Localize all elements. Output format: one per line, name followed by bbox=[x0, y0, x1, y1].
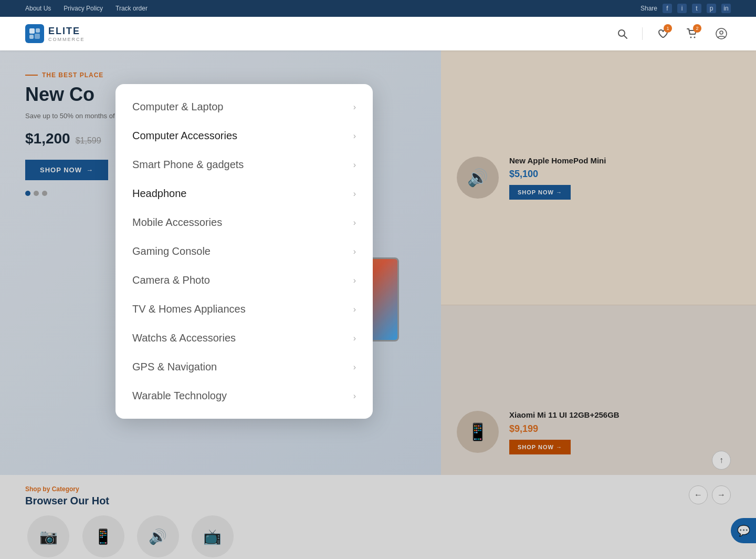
menu-chevron-7: › bbox=[353, 305, 356, 314]
wishlist-icon[interactable]: 1 bbox=[653, 24, 672, 43]
svg-line-5 bbox=[624, 36, 627, 38]
svg-rect-1 bbox=[36, 28, 40, 33]
logo-text-block: ELITE COMMERCE bbox=[48, 26, 85, 42]
logo-sub: COMMERCE bbox=[48, 37, 85, 42]
menu-item-warable[interactable]: Warable Technology › bbox=[116, 381, 373, 410]
cart-badge: 2 bbox=[693, 24, 701, 33]
menu-item-label-computer-laptop: Computer & Laptop bbox=[132, 101, 223, 113]
search-icon[interactable] bbox=[613, 24, 632, 43]
menu-item-label-camera-photo: Camera & Photo bbox=[132, 274, 210, 286]
menu-item-headphone[interactable]: Headphone › bbox=[116, 179, 373, 208]
svg-point-4 bbox=[618, 30, 625, 36]
track-order-link[interactable]: Track order bbox=[116, 5, 148, 12]
menu-item-label-computer-accessories: Computer Accessories bbox=[132, 130, 237, 142]
menu-chevron-3: › bbox=[353, 189, 356, 199]
menu-item-label-tv-homes: TV & Homes Appliances bbox=[132, 303, 246, 315]
menu-item-computer-laptop[interactable]: Computer & Laptop › bbox=[116, 92, 373, 121]
svg-point-7 bbox=[694, 37, 696, 38]
menu-item-watchs[interactable]: Watchs & Accessories › bbox=[116, 324, 373, 353]
category-dropdown-menu: Computer & Laptop › Computer Accessories… bbox=[116, 84, 373, 419]
menu-item-label-smartphone: Smart Phone & gadgets bbox=[132, 159, 244, 171]
instagram-icon[interactable]: i bbox=[677, 4, 687, 13]
menu-item-gaming-console[interactable]: Gaming Console › bbox=[116, 237, 373, 266]
linkedin-icon[interactable]: in bbox=[721, 4, 731, 13]
twitter-icon[interactable]: t bbox=[692, 4, 701, 13]
cart-icon[interactable]: 2 bbox=[682, 24, 701, 43]
menu-item-label-warable: Warable Technology bbox=[132, 390, 227, 402]
menu-chevron-1: › bbox=[353, 131, 356, 141]
menu-chevron-10: › bbox=[353, 391, 356, 401]
menu-chevron-2: › bbox=[353, 160, 356, 170]
share-label: Share bbox=[640, 5, 657, 12]
logo-name: ELITE bbox=[48, 26, 85, 37]
pinterest-icon[interactable]: p bbox=[707, 4, 716, 13]
top-bar-right: Share f i t p in bbox=[640, 4, 731, 13]
menu-item-label-gps: GPS & Navigation bbox=[132, 361, 217, 373]
wishlist-badge: 1 bbox=[664, 24, 672, 33]
header-divider bbox=[642, 27, 643, 40]
menu-item-label-watchs: Watchs & Accessories bbox=[132, 332, 236, 344]
menu-item-smartphone[interactable]: Smart Phone & gadgets › bbox=[116, 150, 373, 179]
facebook-icon[interactable]: f bbox=[663, 4, 672, 13]
menu-chevron-6: › bbox=[353, 276, 356, 285]
menu-chevron-9: › bbox=[353, 363, 356, 372]
account-icon[interactable] bbox=[712, 24, 731, 43]
svg-rect-3 bbox=[35, 34, 40, 39]
menu-item-label-headphone: Headphone bbox=[132, 188, 186, 200]
menu-item-computer-accessories[interactable]: Computer Accessories › bbox=[116, 121, 373, 150]
logo[interactable]: ELITE COMMERCE bbox=[25, 24, 85, 43]
main: THE BEST PLACE New Co Save up to 50% on … bbox=[0, 50, 756, 559]
about-us-link[interactable]: About Us bbox=[25, 5, 51, 12]
menu-item-tv-homes[interactable]: TV & Homes Appliances › bbox=[116, 295, 373, 324]
svg-rect-0 bbox=[29, 28, 35, 34]
svg-point-6 bbox=[690, 37, 692, 38]
header: ELITE COMMERCE 1 2 bbox=[0, 17, 756, 50]
menu-item-gps[interactable]: GPS & Navigation › bbox=[116, 353, 373, 381]
menu-chevron-8: › bbox=[353, 334, 356, 343]
menu-chevron-0: › bbox=[353, 102, 356, 112]
privacy-policy-link[interactable]: Privacy Policy bbox=[64, 5, 103, 12]
menu-item-mobile-accessories[interactable]: Mobile Accessories › bbox=[116, 208, 373, 237]
dropdown-overlay[interactable] bbox=[0, 50, 756, 559]
menu-item-camera-photo[interactable]: Camera & Photo › bbox=[116, 266, 373, 295]
header-right: 1 2 bbox=[613, 24, 731, 43]
svg-rect-2 bbox=[29, 35, 34, 39]
logo-icon bbox=[25, 24, 44, 43]
svg-point-9 bbox=[720, 31, 723, 34]
menu-item-label-gaming-console: Gaming Console bbox=[132, 245, 211, 257]
menu-item-label-mobile-accessories: Mobile Accessories bbox=[132, 216, 222, 229]
menu-chevron-4: › bbox=[353, 218, 356, 227]
top-bar: About Us Privacy Policy Track order Shar… bbox=[0, 0, 756, 17]
menu-chevron-5: › bbox=[353, 247, 356, 256]
